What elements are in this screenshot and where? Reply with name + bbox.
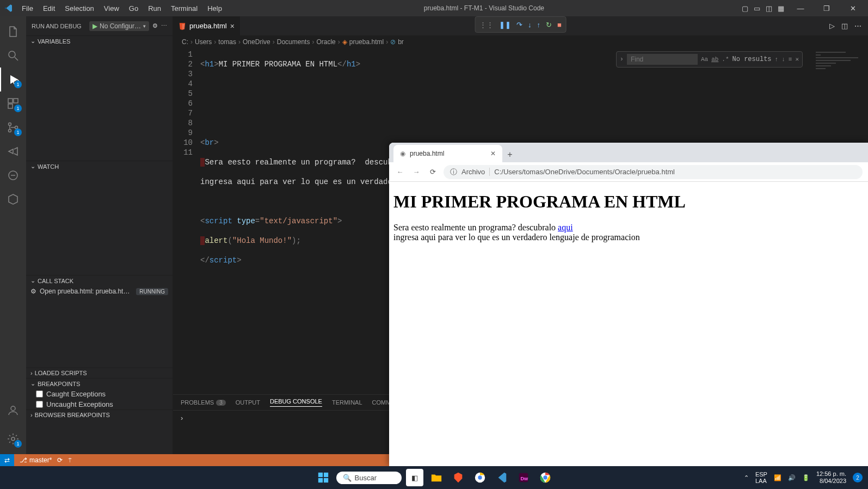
dreamweaver-icon[interactable]: Dw [515,469,532,486]
debug-config-select[interactable]: ▶ No Configur… ▾ [89,21,149,31]
debug-toolbar[interactable]: ⋮⋮ ❚❚ ↷ ↓ ↑ ↻ ■ [475,16,567,33]
forward-button[interactable]: → [411,168,422,176]
menu-edit[interactable]: Edit [39,2,59,15]
variables-header[interactable]: ⌄ VARIABLES [26,36,173,46]
branch-button[interactable]: ⎇ master* [20,456,52,464]
menu-selection[interactable]: Selection [60,2,98,15]
drag-handle-icon[interactable]: ⋮⋮ [479,21,494,29]
pause-icon[interactable]: ❚❚ [499,21,511,29]
page-link[interactable]: aqui [558,223,573,232]
remote-button[interactable]: ⇄ [0,454,14,466]
breakpoints-header[interactable]: ⌄ BREAKPOINTS [26,378,173,389]
stop-icon[interactable]: ■ [557,21,562,29]
step-into-icon[interactable]: ↓ [528,21,532,29]
run-debug-icon[interactable]: 1 [0,68,26,91]
extensions-icon[interactable]: 1 [0,91,26,115]
battery-icon[interactable]: 🔋 [802,474,810,481]
bc-documents[interactable]: Documents [277,38,310,46]
caught-exceptions-row[interactable]: Caught Exceptions [26,389,173,399]
toggle-secondary-sidebar-icon[interactable]: ◫ [766,4,772,13]
find-input[interactable] [627,54,698,65]
loaded-scripts-header[interactable]: › LOADED SCRIPTS [26,368,173,378]
step-over-icon[interactable]: ↷ [516,21,522,29]
search-icon[interactable] [0,44,26,68]
callstack-item[interactable]: ⚙ Open prueba.html: prueba.ht… RUNNING [26,286,173,297]
address-bar[interactable]: ⓘ Archivo C:/Users/tomas/OneDrive/Docume… [444,165,863,179]
problems-tab[interactable]: PROBLEMS 3 [181,399,226,406]
debug-console-tab[interactable]: DEBUG CONSOLE [270,398,322,407]
run-icon[interactable]: ▷ [829,22,835,30]
match-word-icon[interactable]: ab [711,54,718,64]
wifi-icon[interactable]: 📶 [774,474,781,481]
watch-header[interactable]: ⌄ WATCH [26,161,173,172]
uncaught-exceptions-row[interactable]: Uncaught Exceptions [26,399,173,409]
restart-icon[interactable]: ↻ [546,21,552,29]
notifications-icon[interactable]: 2 [853,473,863,482]
gear-icon[interactable]: ⚙ [152,22,158,29]
bc-oracle[interactable]: Oracle [316,38,335,46]
bc-file[interactable]: prueba.html [349,38,384,46]
brave-icon[interactable] [450,469,467,486]
next-match-icon[interactable]: ↓ [781,54,785,64]
browser-tab[interactable]: ◉ prueba.html ✕ [393,145,502,162]
tab-prueba-html[interactable]: prueba.html × [173,16,241,35]
database-icon[interactable] [0,187,26,211]
source-control-icon[interactable]: 1 [0,115,26,139]
sync-button[interactable]: ⟳ [57,456,63,464]
new-tab-button[interactable]: + [502,147,518,162]
minimize-button[interactable]: — [790,1,811,16]
tray-chevron-icon[interactable]: ⌃ [744,474,749,481]
customize-layout-icon[interactable]: ▦ [778,4,784,13]
close-tab-icon[interactable]: ✕ [490,150,496,157]
browser-viewport[interactable]: MI PRIMER PROGRAMA EN HTML Sera eesto re… [389,182,868,466]
step-out-icon[interactable]: ↑ [537,21,541,29]
back-button[interactable]: ← [395,168,405,176]
uncaught-checkbox[interactable] [36,401,43,408]
callstack-header[interactable]: ⌄ CALL STACK [26,276,173,286]
settings-gear-icon[interactable]: 1 [0,427,26,451]
prev-match-icon[interactable]: ↑ [775,54,779,64]
regex-icon[interactable]: .* [722,54,729,64]
bc-users[interactable]: Users [195,38,212,46]
terminal-tab[interactable]: TERMINAL [332,399,362,406]
menu-help[interactable]: Help [203,2,226,15]
clock[interactable]: 12:56 p. m. 8/04/2023 [816,470,846,485]
volume-icon[interactable]: 🔊 [788,474,796,481]
browser-breakpoints-header[interactable]: › BROWSER BREAKPOINTS [26,410,173,420]
toggle-primary-sidebar-icon[interactable]: ▢ [742,4,748,13]
chrome-icon[interactable] [537,469,554,486]
live-share-icon[interactable] [0,139,26,163]
reload-button[interactable]: ⟳ [427,168,438,176]
input-lang[interactable]: ESP LAA [755,471,767,484]
chevron-right-icon[interactable]: › [620,54,624,64]
menu-go[interactable]: Go [125,2,143,15]
more-actions-icon[interactable]: ⋯ [161,22,167,29]
file-explorer-icon[interactable] [428,469,445,486]
bc-element[interactable]: br [398,38,404,46]
remote-icon[interactable] [0,163,26,187]
caught-checkbox[interactable] [36,390,43,398]
live-server-button[interactable]: ⍑ [68,456,72,464]
breadcrumb[interactable]: C:› Users› tomas› OneDrive› Documents› O… [173,35,868,48]
toggle-panel-icon[interactable]: ▭ [754,4,760,13]
more-editor-actions-icon[interactable]: ⋯ [854,22,861,30]
explorer-icon[interactable] [0,20,26,44]
close-window-button[interactable]: ✕ [842,1,864,16]
find-widget[interactable]: › Aa ab .* No results ↑ ↓ ≡ ✕ [616,51,803,68]
vscode-taskbar-icon[interactable] [493,469,510,486]
start-button[interactable] [315,469,332,486]
output-tab[interactable]: OUTPUT [236,399,260,406]
taskbar-search[interactable]: 🔍 Buscar [336,472,402,484]
menu-view[interactable]: View [100,2,124,15]
close-tab-icon[interactable]: × [230,22,235,30]
accounts-icon[interactable] [0,399,26,423]
maximize-button[interactable]: ❐ [816,1,838,16]
task-view-icon[interactable]: ◧ [406,469,423,486]
menu-terminal[interactable]: Terminal [167,2,202,15]
match-case-icon[interactable]: Aa [701,54,708,64]
split-editor-icon[interactable]: ◫ [841,22,848,30]
bc-tomas[interactable]: tomas [218,38,236,46]
menu-file[interactable]: File [17,2,38,15]
chrome-canary-icon[interactable] [471,469,489,486]
bc-drive[interactable]: C: [182,38,188,46]
